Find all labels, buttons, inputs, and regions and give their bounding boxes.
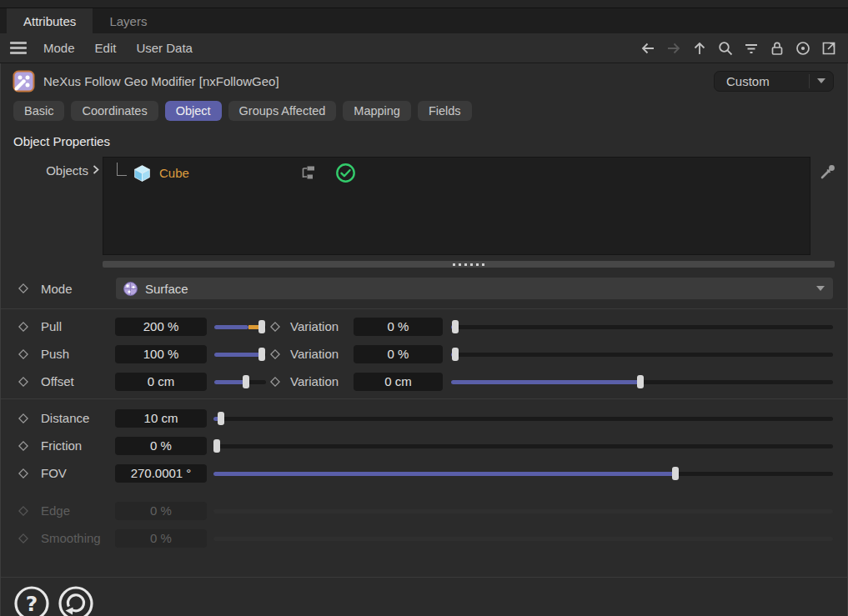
keyframe-diamond-icon[interactable]: [18, 413, 28, 423]
offset-variation-label: Variation: [290, 374, 347, 388]
section-heading: Object Properties: [1, 126, 847, 152]
tab-groups-affected[interactable]: Groups Affected: [228, 101, 337, 121]
lock-icon[interactable]: [768, 39, 786, 58]
objects-row: Objects Cube: [1, 157, 847, 255]
hierarchy-icon[interactable]: [299, 164, 317, 182]
category-tabs: Basic Coordinates Object Groups Affected…: [1, 98, 847, 126]
keyframe-diamond-icon: [18, 533, 28, 543]
push-slider[interactable]: [214, 348, 266, 361]
fov-slider[interactable]: [213, 467, 833, 480]
tab-layers[interactable]: Layers: [93, 8, 163, 33]
target-icon[interactable]: [794, 39, 812, 58]
offset-row: Offset 0 cm Variation 0 cm: [1, 368, 847, 395]
keyframe-diamond-icon[interactable]: [18, 377, 28, 387]
panel-tab-bar: Attributes Layers: [0, 8, 848, 33]
push-variation-field[interactable]: 0 %: [354, 345, 443, 363]
pull-slider[interactable]: [214, 320, 266, 333]
distance-slider[interactable]: [213, 412, 833, 425]
tab-attributes[interactable]: Attributes: [7, 8, 93, 33]
tab-coordinates[interactable]: Coordinates: [71, 101, 158, 121]
chevron-down-icon: [817, 78, 825, 83]
objects-label[interactable]: Objects: [1, 157, 103, 255]
push-variation-label: Variation: [290, 347, 347, 361]
preset-dropdown-value: Custom: [715, 74, 809, 88]
objects-list-box[interactable]: Cube: [103, 157, 810, 255]
popout-icon[interactable]: [820, 39, 838, 58]
distance-value-field[interactable]: 10 cm: [115, 409, 207, 428]
list-resize-handle[interactable]: [103, 261, 835, 268]
preset-dropdown[interactable]: Custom: [714, 71, 834, 92]
keyframe-diamond-icon[interactable]: [270, 349, 280, 359]
friction-label: Friction: [41, 438, 108, 453]
push-variation-slider[interactable]: [451, 348, 833, 361]
friction-value-field[interactable]: 0 %: [115, 437, 207, 455]
tree-elbow-icon: [117, 163, 127, 176]
filter-icon[interactable]: [742, 39, 760, 58]
smoothing-value-field: 0 %: [115, 529, 207, 548]
mode-select-value: Surface: [145, 282, 188, 296]
object-name: Cube: [159, 166, 189, 180]
help-icon[interactable]: ?: [13, 584, 51, 616]
tab-object[interactable]: Object: [165, 101, 222, 121]
list-item[interactable]: Cube: [103, 158, 810, 188]
tab-mapping[interactable]: Mapping: [343, 101, 411, 121]
pull-variation-label: Variation: [290, 319, 347, 333]
offset-slider[interactable]: [214, 375, 266, 388]
params-group-c: Edge 0 % Smoothing 0 %: [1, 497, 847, 552]
keyframe-diamond-icon[interactable]: [270, 377, 280, 387]
chevron-right-icon: [93, 165, 99, 174]
menu-edit[interactable]: Edit: [95, 41, 117, 55]
params-group-b: Distance 10 cm Friction 0 % FOV 270.0001…: [1, 398, 847, 487]
back-icon[interactable]: [639, 39, 657, 58]
tab-fields[interactable]: Fields: [418, 101, 472, 121]
preset-dropdown-arrow[interactable]: [810, 78, 833, 83]
fov-value-field[interactable]: 270.0001 °: [115, 464, 207, 483]
enabled-check-icon[interactable]: [335, 163, 356, 183]
keyframe-diamond-icon[interactable]: [18, 349, 28, 359]
objects-label-text: Objects: [46, 163, 88, 178]
offset-variation-field[interactable]: 0 cm: [354, 373, 443, 391]
attribute-panel-body: NeXus Follow Geo Modifier [nxFollowGeo] …: [0, 63, 848, 616]
offset-value-field[interactable]: 0 cm: [115, 373, 207, 391]
hamburger-menu-icon[interactable]: [10, 42, 27, 54]
smoothing-label: Smoothing: [41, 531, 108, 545]
tab-basic[interactable]: Basic: [13, 101, 64, 121]
distance-label: Distance: [41, 411, 108, 425]
edge-row: Edge 0 %: [1, 497, 847, 524]
menu-user-data[interactable]: User Data: [136, 41, 193, 55]
mode-select[interactable]: Surface: [116, 278, 833, 299]
object-header: NeXus Follow Geo Modifier [nxFollowGeo] …: [1, 63, 847, 98]
friction-slider[interactable]: [213, 439, 833, 453]
keyframe-diamond-icon[interactable]: [18, 322, 28, 332]
keyframe-diamond-icon: [18, 506, 28, 516]
pull-label: Pull: [41, 319, 108, 333]
reset-icon[interactable]: [57, 584, 95, 616]
keyframe-diamond-icon[interactable]: [270, 322, 280, 332]
offset-variation-slider[interactable]: [451, 375, 833, 388]
keyframe-diamond-icon[interactable]: [18, 441, 28, 451]
fov-label: FOV: [41, 466, 108, 480]
pull-value-field[interactable]: 200 %: [115, 318, 207, 336]
footer: ?: [1, 577, 847, 616]
up-arrow-icon[interactable]: [690, 39, 709, 58]
keyframe-diamond-icon[interactable]: [18, 283, 28, 293]
pull-variation-field[interactable]: 0 %: [354, 318, 443, 336]
menu-mode[interactable]: Mode: [43, 41, 75, 55]
eyedropper-icon[interactable]: [810, 157, 838, 255]
edge-slider: [213, 504, 833, 518]
nexus-plugin-icon: [13, 70, 35, 93]
keyframe-diamond-icon[interactable]: [18, 468, 28, 478]
mode-row: Mode Surface: [1, 274, 847, 303]
push-value-field[interactable]: 100 %: [115, 345, 207, 363]
pull-row: Pull 200 % Variation 0 %: [1, 313, 847, 340]
object-title: NeXus Follow Geo Modifier [nxFollowGeo]: [43, 74, 279, 88]
cube-icon: [133, 163, 152, 183]
push-label: Push: [41, 347, 108, 361]
forward-icon[interactable]: [665, 39, 683, 58]
search-icon[interactable]: [716, 39, 735, 58]
menu-bar: Mode Edit User Data: [0, 33, 848, 63]
pull-variation-slider[interactable]: [451, 320, 833, 333]
smoothing-slider: [213, 532, 833, 545]
fov-row: FOV 270.0001 °: [1, 459, 847, 487]
params-group-a: Pull 200 % Variation 0 % Push 100 %: [1, 308, 847, 395]
